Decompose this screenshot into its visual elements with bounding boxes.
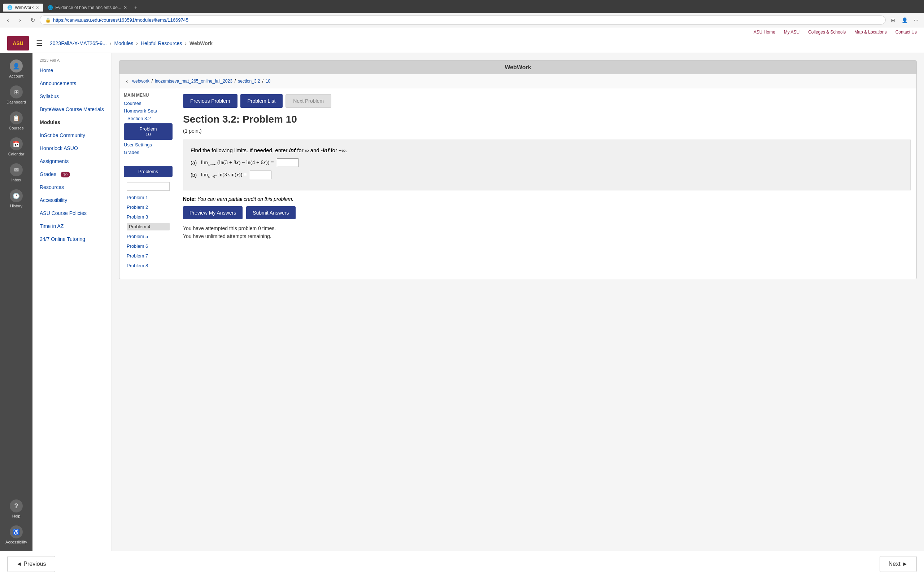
profile-button[interactable]: 👤	[900, 15, 909, 25]
sidebar-item-help[interactable]: ? Help	[0, 496, 32, 521]
note-text: You can earn partial credit on this prob…	[197, 196, 294, 202]
ww-menu-homework[interactable]: Homework Sets	[124, 108, 173, 114]
nav-syllabus[interactable]: Syllabus	[32, 90, 111, 103]
ww-bc-part2[interactable]: inozemtseva_mat_265_online_fall_2023	[155, 79, 233, 84]
asu-home-link[interactable]: ASU Home	[754, 29, 775, 35]
problem-3-link[interactable]: Problem 3	[127, 213, 170, 221]
my-asu-link[interactable]: My ASU	[784, 29, 800, 35]
address-bar[interactable]: 🔒 https://canvas.asu.edu/courses/163591/…	[40, 16, 886, 24]
sidebar-item-accessibility[interactable]: ♿ Accessibility	[0, 522, 32, 547]
ww-menu-user-settings[interactable]: User Settings	[124, 142, 173, 148]
inbox-label: Inbox	[11, 178, 21, 182]
problem-title: Section 3.2: Problem 10	[183, 114, 911, 125]
preview-answers-button[interactable]: Preview My Answers	[183, 206, 242, 219]
note-box: Note: You can earn partial credit on thi…	[183, 196, 911, 202]
new-tab-button[interactable]: +	[131, 3, 140, 12]
tab-2-close[interactable]: ✕	[123, 5, 127, 10]
dashboard-label: Dashboard	[6, 100, 26, 104]
nav-modules[interactable]: Modules	[32, 116, 111, 129]
bottom-next-button[interactable]: Next ►	[880, 556, 917, 572]
map-locations-link[interactable]: Map & Locations	[855, 29, 887, 35]
problem-2-link[interactable]: Problem 2	[127, 203, 170, 211]
address-text: https://canvas.asu.edu/courses/163591/mo…	[53, 17, 188, 23]
sidebar-item-inbox[interactable]: ✉ Inbox	[0, 161, 32, 185]
nav-tutoring[interactable]: 24/7 Online Tutoring	[32, 233, 111, 246]
breadcrumb-modules[interactable]: Modules	[114, 40, 133, 46]
sidebar-item-dashboard[interactable]: ⊞ Dashboard	[0, 82, 32, 107]
nav-asu-policies[interactable]: ASU Course Policies	[32, 206, 111, 220]
nav-sidebar: 2023 Fall A Home Announcements Syllabus …	[32, 53, 112, 551]
sidebar-item-calendar[interactable]: 📅 Calendar	[0, 134, 32, 159]
problem-4-link[interactable]: Problem 4	[127, 223, 170, 230]
nav-honorlock[interactable]: Honorlock ASUO	[32, 142, 111, 155]
breadcrumb-course[interactable]: 2023FallA-X-MAT265-9...	[50, 40, 107, 46]
ww-menu-section32[interactable]: Section 3.2	[124, 116, 173, 121]
ww-bc-part4[interactable]: 10	[266, 79, 270, 84]
colleges-schools-link[interactable]: Colleges & Schools	[808, 29, 846, 35]
webwork-body: MAIN MENU Courses Homework Sets Section …	[120, 89, 916, 279]
nav-inscribe[interactable]: InScribe Community	[32, 129, 111, 142]
ww-problems-btn[interactable]: Problems	[124, 166, 173, 177]
nav-accessibility[interactable]: Accessibility	[32, 193, 111, 206]
inf-em: inf	[289, 147, 296, 153]
part-b-input[interactable]	[250, 171, 271, 179]
problem-box: Find the following limits. If needed, en…	[183, 140, 911, 190]
problem-nav-buttons: Previous Problem Problem List Next Probl…	[183, 94, 911, 108]
webwork-frame: WebWork ‹ webwork / inozemtseva_mat_265_…	[119, 60, 917, 279]
problem-1-link[interactable]: Problem 1	[127, 193, 170, 201]
tab-1-favicon: 🌐	[7, 5, 13, 10]
courses-label: Courses	[9, 126, 24, 130]
forward-button[interactable]: ›	[15, 15, 25, 25]
refresh-button[interactable]: ↻	[27, 15, 37, 25]
problem-list-sidebar: Problem 1 Problem 2 Problem 3 Problem 4 …	[124, 179, 173, 274]
ww-bc-sep1: /	[152, 79, 153, 84]
browser-chrome: 🌐 WebWork ✕ 🌐 Evidence of how the ancien…	[0, 0, 924, 27]
ww-bc-sep2: /	[234, 79, 236, 84]
webwork-menu: MAIN MENU Courses Homework Sets Section …	[120, 89, 177, 279]
breadcrumb-helpful[interactable]: Helpful Resources	[141, 40, 182, 46]
problem-list-button[interactable]: Problem List	[241, 94, 283, 108]
tab-bar: 🌐 WebWork ✕ 🌐 Evidence of how the ancien…	[0, 0, 924, 13]
breadcrumb-sep1: ›	[110, 40, 111, 46]
body-layout: 👤 Account ⊞ Dashboard 📋 Courses 📅 Calend…	[0, 53, 924, 551]
submit-answers-button[interactable]: Submit Answers	[246, 206, 295, 219]
nav-brytewave[interactable]: BryteWave Course Materials	[32, 103, 111, 116]
sidebar-item-account[interactable]: 👤 Account	[0, 56, 32, 81]
webwork-back-btn[interactable]: ‹	[124, 77, 130, 85]
sidebar-item-history[interactable]: 🕐 History	[0, 187, 32, 211]
ww-bc-part1[interactable]: webwork	[132, 79, 149, 84]
nav-assignments[interactable]: Assignments	[32, 155, 111, 168]
bottom-previous-button[interactable]: ◄ Previous	[7, 556, 55, 572]
sidebar-item-courses[interactable]: 📋 Courses	[0, 108, 32, 133]
tab-1[interactable]: 🌐 WebWork ✕	[3, 3, 43, 11]
ww-menu-grades[interactable]: Grades	[124, 150, 173, 155]
ww-menu-problem10[interactable]: Problem10	[124, 123, 173, 140]
back-button[interactable]: ‹	[3, 15, 13, 25]
ww-menu-courses[interactable]: Courses	[124, 101, 173, 106]
nav-time-in-az[interactable]: Time in AZ	[32, 220, 111, 233]
problem-search-input[interactable]	[127, 182, 170, 191]
courses-icon: 📋	[10, 111, 23, 124]
nav-resources[interactable]: Resources	[32, 181, 111, 193]
previous-problem-button[interactable]: Previous Problem	[183, 94, 237, 108]
nav-home[interactable]: Home	[32, 64, 111, 77]
nav-announcements[interactable]: Announcements	[32, 77, 111, 90]
nav-grades[interactable]: Grades 10	[32, 168, 111, 181]
tab-1-close[interactable]: ✕	[36, 5, 39, 10]
more-button[interactable]: ⋯	[911, 15, 921, 25]
problem-8-link[interactable]: Problem 8	[127, 262, 170, 269]
part-a-input[interactable]	[277, 158, 299, 167]
problem-6-link[interactable]: Problem 6	[127, 242, 170, 250]
nav-sidebar-label: 2023 Fall A	[32, 56, 111, 64]
hamburger-menu[interactable]: ☰	[35, 37, 44, 49]
problem-7-link[interactable]: Problem 7	[127, 252, 170, 259]
tab-2[interactable]: 🌐 Evidence of how the ancients de... ✕	[43, 3, 131, 11]
contact-us-link[interactable]: Contact Us	[895, 29, 917, 35]
part-b-label: (b)	[191, 172, 198, 178]
help-icon: ?	[10, 500, 23, 513]
extensions-button[interactable]: ⊞	[888, 15, 898, 25]
problem-5-link[interactable]: Problem 5	[127, 233, 170, 240]
breadcrumb-current: WebWork	[189, 40, 213, 46]
next-problem-button[interactable]: Next Problem	[286, 94, 331, 108]
ww-bc-part3[interactable]: section_3.2	[238, 79, 260, 84]
